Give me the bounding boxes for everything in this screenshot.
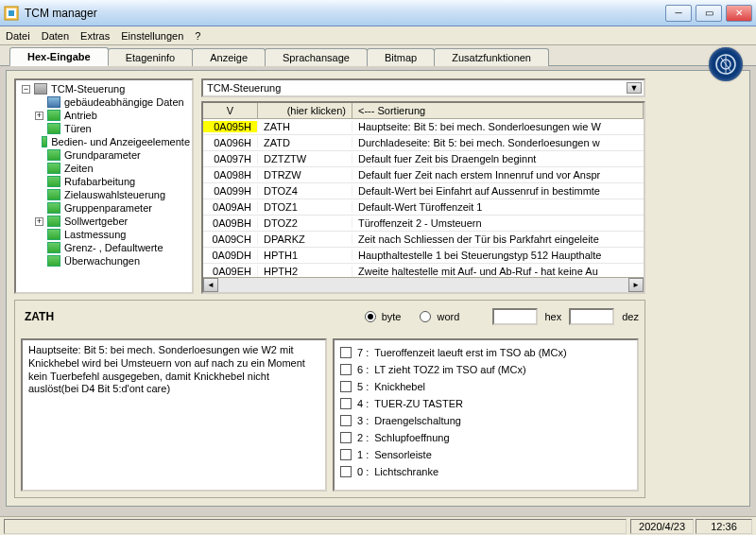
chevron-down-icon[interactable]: ▼ — [627, 82, 642, 94]
parameter-grid: V (hier klicken) <--- Sortierung 0A095HZ… — [201, 101, 645, 294]
tree-item[interactable]: +Sollwertgeber — [18, 215, 190, 228]
cell-address: 0A099H — [203, 185, 258, 197]
table-row[interactable]: 0A09BHDTOZ2Türoffenzeit 2 - Umsteuern — [203, 216, 644, 232]
minimize-button[interactable]: ─ — [665, 5, 692, 22]
tree-item[interactable]: Grundparameter — [18, 148, 190, 162]
tree-item[interactable]: Grenz- , Defaultwerte — [18, 241, 190, 254]
tree-root[interactable]: − TCM-Steuerung — [18, 82, 190, 95]
menu-einstellungen[interactable]: Einstellungen — [121, 30, 183, 42]
tree-root-label: TCM-Steuerung — [51, 83, 125, 95]
bit-checkbox[interactable] — [340, 398, 352, 409]
table-row[interactable]: 0A09EHHPTH2Zweite haltestelle mit Auf- u… — [203, 264, 644, 277]
grid-hscroll[interactable]: ◄ ► — [203, 277, 644, 292]
tab-anzeige[interactable]: Anzeige — [192, 48, 266, 66]
tab-sprachansage[interactable]: Sprachansage — [265, 48, 368, 66]
bit-checkbox[interactable] — [340, 381, 352, 392]
menu-daten[interactable]: Daten — [42, 30, 69, 42]
close-button[interactable]: ✕ — [726, 5, 752, 22]
hex-label: hex — [545, 311, 562, 322]
bit-checkbox[interactable] — [340, 432, 352, 443]
scroll-right-icon[interactable]: ► — [628, 278, 644, 292]
grid-body[interactable]: 0A095HZATHHauptseite: Bit 5: bei mech. S… — [203, 119, 644, 277]
bit-text: Sensorleiste — [374, 449, 432, 460]
tab-bitmap[interactable]: Bitmap — [367, 48, 435, 66]
dez-input[interactable] — [569, 308, 614, 325]
tree-item-label: Grundparameter — [64, 149, 141, 161]
bit-number: 7 : — [357, 347, 369, 358]
tree-item[interactable]: +Antrieb — [18, 109, 190, 122]
tree-item-label: Rufabarbeitung — [64, 176, 135, 187]
radio-byte-label: byte — [382, 311, 402, 322]
radio-word[interactable] — [420, 311, 431, 322]
bit-text: Tueroffenzeit laeuft erst im TSO ab (MCx… — [374, 347, 566, 358]
tree-item[interactable]: Überwachungen — [18, 254, 190, 268]
expand-icon[interactable]: + — [35, 217, 43, 226]
tree-item-label: Lastmessung — [64, 229, 126, 240]
section-select[interactable]: TCM-Steuerung ▼ — [201, 78, 645, 97]
tree-item[interactable]: Zeiten — [18, 162, 190, 175]
table-row[interactable]: 0A097HDZTZTWDefault fuer Zeit bis Draeng… — [203, 151, 644, 167]
table-row[interactable]: 0A098HDTRZWDefault fuer Zeit nach erstem… — [203, 167, 644, 183]
table-row[interactable]: 0A096HZATDDurchladeseite: Bit 5: bei mec… — [203, 135, 644, 151]
tree-item-label: Bedien- und Anzeigeelemente — [51, 136, 190, 147]
table-row[interactable]: 0A095HZATHHauptseite: Bit 5: bei mech. S… — [203, 119, 644, 135]
scroll-track[interactable] — [218, 278, 628, 292]
section-select-value: TCM-Steuerung — [207, 82, 281, 94]
tab-zusatzfunktionen[interactable]: Zusatzfunktionen — [434, 48, 549, 66]
radio-byte[interactable] — [365, 311, 376, 322]
tree-item[interactable]: Rufabarbeitung — [18, 175, 190, 188]
cell-desc: Hauptseite: Bit 5: bei mech. Sonderloesu… — [352, 121, 644, 132]
tab-etageninfo[interactable]: Etageninfo — [108, 48, 194, 66]
expand-icon[interactable]: + — [35, 112, 43, 120]
bit-row: 0 :Lichtschranke — [340, 463, 631, 480]
bit-row: 3 :Draengelschaltung — [340, 412, 631, 429]
cell-name: DTOZ1 — [258, 201, 352, 213]
bit-checkbox[interactable] — [340, 364, 352, 375]
tree-item[interactable]: Lastmessung — [18, 228, 190, 241]
cell-address: 0A09AH — [203, 201, 258, 213]
folder-icon — [47, 96, 60, 108]
table-row[interactable]: 0A09CHDPARKZZeit nach Schliessen der Tür… — [203, 232, 644, 248]
table-row[interactable]: 0A09AHDTOZ1Default-Wert Türoffenzeit 1 — [203, 199, 644, 216]
folder-icon — [34, 83, 47, 95]
hex-input[interactable] — [492, 308, 538, 325]
menu-help[interactable]: ? — [195, 30, 200, 42]
table-row[interactable]: 0A09DHHPTH1Haupthaltestelle 1 bei Steuer… — [203, 248, 644, 264]
maximize-button[interactable]: ▭ — [696, 5, 722, 22]
cell-desc: Default fuer Zeit bis Draengeln beginnt — [352, 153, 644, 164]
column-sort[interactable]: <--- Sortierung — [352, 103, 644, 118]
tree-item[interactable]: Bedien- und Anzeigeelemente — [18, 135, 190, 148]
folder-icon — [47, 176, 60, 187]
status-spacer — [4, 519, 627, 534]
bit-checkbox[interactable] — [340, 415, 352, 426]
bit-checkbox[interactable] — [340, 449, 352, 460]
description-box[interactable]: Hauptseite: Bit 5: bei mech. Sonderloesu… — [21, 338, 327, 492]
menu-datei[interactable]: Datei — [6, 30, 30, 42]
collapse-icon[interactable]: − — [22, 85, 30, 94]
cell-name: DPARKZ — [258, 233, 352, 245]
column-name[interactable]: (hier klicken) — [258, 103, 352, 118]
bit-number: 1 : — [357, 449, 369, 460]
window-title: TCM manager — [25, 7, 665, 20]
tree-item[interactable]: gebäudeabhängige Daten — [18, 95, 190, 109]
cell-name: HPTH2 — [258, 266, 352, 277]
tree-item-label: Sollwertgeber — [64, 216, 128, 227]
menu-extras[interactable]: Extras — [80, 30, 110, 42]
bit-checkbox[interactable] — [340, 347, 352, 358]
tree-item[interactable]: Türen — [18, 122, 190, 135]
tab-hex-eingabe[interactable]: Hex-Eingabe — [9, 47, 109, 66]
column-address[interactable]: V — [203, 103, 258, 118]
parameter-tree[interactable]: − TCM-Steuerung gebäudeabhängige Daten+A… — [14, 78, 194, 294]
scroll-left-icon[interactable]: ◄ — [203, 278, 218, 292]
cell-address: 0A09DH — [203, 250, 258, 261]
tree-item[interactable]: Gruppenparameter — [18, 201, 190, 215]
cell-name: ZATH — [258, 121, 352, 132]
app-icon — [4, 6, 19, 21]
bit-checkbox[interactable] — [340, 466, 352, 477]
bits-box[interactable]: 7 :Tueroffenzeit laeuft erst im TSO ab (… — [333, 338, 639, 492]
splitter[interactable] — [195, 78, 198, 294]
tree-item-label: Zielauswahlsteuerung — [64, 189, 165, 200]
table-row[interactable]: 0A099HDTOZ4Default-Wert bei Einfahrt auf… — [203, 183, 644, 199]
tree-item[interactable]: Zielauswahlsteuerung — [18, 188, 190, 201]
bit-text: Schlupfoeffnung — [374, 432, 449, 443]
